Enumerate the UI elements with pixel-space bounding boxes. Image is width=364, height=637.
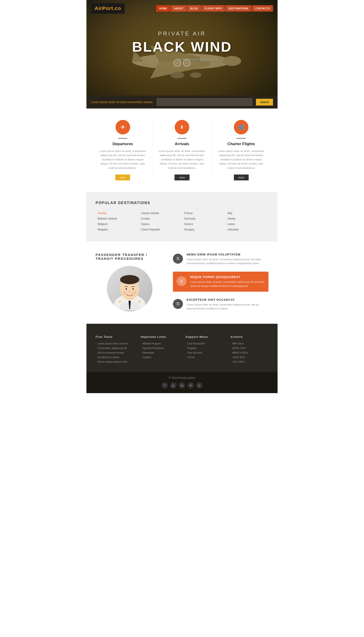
- procedure-2-icon: ☰: [176, 276, 186, 286]
- dest-croatia[interactable]: –Croatia: [139, 216, 182, 221]
- procedure-3-icon: ☰: [173, 299, 183, 309]
- arrivals-text: Lorem ipsum dolor sit amet, consectetur …: [157, 149, 207, 170]
- footer-free-tools: Free Tools Lorem ipsum dolor sit amet Co…: [96, 335, 134, 365]
- svg-rect-13: [118, 302, 122, 302]
- social-rss-icon[interactable]: rss: [179, 382, 185, 388]
- feature-divider: [178, 138, 186, 138]
- dest-bulgaria[interactable]: –Bulgaria: [96, 227, 139, 232]
- list-item[interactable]: MAY 2014: [230, 342, 269, 345]
- hero-next-button[interactable]: →: [183, 60, 190, 67]
- hero-prev-button[interactable]: ←: [174, 60, 181, 67]
- footer: Free Tools Lorem ipsum dolor sit amet Co…: [86, 324, 278, 393]
- footer-important-links-title: Important Links: [140, 335, 179, 338]
- search-button[interactable]: search: [256, 99, 273, 106]
- transfer-title: PASSENGER TRANSFER / TRANSIT PROCEDURES: [96, 253, 164, 260]
- arrivals-icon: ⬇: [175, 120, 189, 134]
- dest-germany[interactable]: –Germany: [182, 216, 225, 221]
- procedure-1-text: Lorem ipsum dolor sit amet, consectetur …: [186, 258, 268, 266]
- footer-bottom: © 2014 Privacy policy f g+ rss ♥ in: [86, 372, 278, 393]
- procedure-3: ☰ EXCEPTEUR SINT OCCAECAT Lorem ipsum do…: [173, 298, 268, 311]
- list-item[interactable]: Forum: [186, 356, 224, 358]
- departures-more-button[interactable]: more: [115, 174, 130, 180]
- hero-title: BLACK WIND: [91, 39, 273, 55]
- search-input[interactable]: [157, 98, 252, 106]
- list-item[interactable]: JULY 2014: [230, 360, 269, 363]
- search-label: Lorem ipsum dolor sit amet consectetur m…: [91, 100, 153, 104]
- social-linkedin-icon[interactable]: in: [196, 382, 202, 388]
- list-item: Consectetur adipiscing elit: [96, 347, 134, 350]
- list-item[interactable]: Special Promotions: [140, 347, 179, 350]
- timeline-connector-2: [178, 294, 178, 298]
- procedure-1-icon: ☰: [173, 254, 183, 264]
- features-section: ✈ Departures Lorem ipsum dolor sit amet,…: [86, 108, 278, 192]
- nav-links: HOME ABOUT BLOG FLIGHT INFO DESTINATIONS…: [156, 5, 273, 12]
- footer-support-menu: Support Menu Lost Password? Register You…: [186, 335, 224, 365]
- list-item[interactable]: Register: [186, 347, 224, 350]
- dest-hungary[interactable]: –Hungary: [182, 227, 225, 232]
- destinations-grid: –Austria –Canary Islands –France –Italy …: [96, 210, 268, 232]
- dest-france[interactable]: –France: [182, 210, 225, 216]
- dest-austria[interactable]: –Austria: [96, 210, 139, 216]
- list-item[interactable]: Lost Password?: [186, 342, 224, 345]
- list-item[interactable]: MARCH 2014: [230, 351, 269, 354]
- dest-czech[interactable]: –Czech Republic: [139, 227, 182, 232]
- destinations-title: POPULAR DESTINATIONS: [96, 201, 268, 205]
- charter-title: Charter Flights: [216, 142, 266, 146]
- nav-flight-info[interactable]: FLIGHT INFO: [202, 5, 225, 12]
- list-item[interactable]: Affiliate Program: [140, 342, 179, 345]
- nav-contacts[interactable]: CONTACTS: [252, 5, 273, 12]
- charter-icon: 🌐: [234, 120, 248, 134]
- dest-latvia[interactable]: –Latvia: [225, 221, 268, 227]
- arrivals-more-button[interactable]: more: [174, 174, 189, 180]
- social-icons: f g+ rss ♥ in: [96, 382, 268, 388]
- procedure-2-title: NEQUE PORRO QUISQUAMEST: [190, 275, 265, 279]
- footer-grid: Free Tools Lorem ipsum dolor sit amet Co…: [96, 335, 268, 365]
- search-bar: Lorem ipsum dolor sit amet consectetur m…: [86, 96, 278, 108]
- feature-departures: ✈ Departures Lorem ipsum dolor sit amet,…: [93, 120, 152, 180]
- list-item[interactable]: Contact: [140, 356, 179, 358]
- dest-jersey[interactable]: –Jersey: [225, 216, 268, 221]
- footer-important-links: Important Links Affiliate Program Specia…: [140, 335, 179, 365]
- dest-canary[interactable]: –Canary Islands: [139, 210, 182, 216]
- procedure-1: ☰ NEMO ENIM IPSAM VOLUPTATEM Lorem ipsum…: [173, 253, 268, 266]
- dest-lithuania[interactable]: –Lithuania: [225, 227, 268, 232]
- list-item[interactable]: APRIL 2014: [230, 347, 269, 350]
- footer-archive-list: MAY 2014 APRIL 2014 MARCH 2014 JUNE 2014…: [230, 342, 269, 363]
- svg-rect-14: [138, 301, 141, 302]
- svg-rect-15: [138, 302, 141, 302]
- charter-more-button[interactable]: more: [234, 174, 249, 180]
- departures-title: Departures: [98, 142, 148, 146]
- svg-point-24: [133, 291, 136, 294]
- list-item: Excididunt ut labore: [96, 356, 134, 358]
- social-googleplus-icon[interactable]: g+: [170, 382, 176, 388]
- dest-balearic[interactable]: –Balearic Islands: [96, 216, 139, 221]
- svg-point-21: [132, 288, 134, 290]
- dest-italy[interactable]: –Italy: [225, 210, 268, 216]
- social-pinterest-icon[interactable]: ♥: [188, 382, 194, 388]
- departures-text: Lorem ipsum dolor sit amet, consectetur …: [98, 149, 148, 170]
- footer-important-links-list: Affiliate Program Special Promotions New…: [140, 342, 179, 358]
- svg-point-23: [123, 291, 126, 294]
- nav-about[interactable]: ABOUT: [171, 5, 187, 12]
- feature-charter: 🌐 Charter Flights Lorem ipsum dolor sit …: [212, 120, 271, 180]
- nav-blog[interactable]: BLOG: [187, 5, 201, 12]
- svg-point-22: [129, 290, 130, 293]
- logo: AirPort.co: [91, 3, 125, 14]
- dest-belgium[interactable]: –Belgium: [96, 221, 139, 227]
- dest-cyprus[interactable]: –Cyprus: [139, 221, 182, 227]
- list-item: Lorem ipsum dolor sit amet: [96, 342, 134, 345]
- list-item[interactable]: JUNE 2014: [230, 356, 269, 358]
- list-item: Eolore magna aliquet enim: [96, 360, 134, 363]
- nav-home[interactable]: HOME: [156, 5, 170, 12]
- list-item[interactable]: Your Account: [186, 351, 224, 354]
- nav-destinations[interactable]: DESTINATIONS: [226, 5, 252, 12]
- procedure-3-text: Lorem ipsum dolor sit amet, consectetur …: [186, 303, 268, 311]
- list-item[interactable]: Newsletter: [140, 351, 179, 354]
- arrivals-title: Arrivals: [157, 142, 207, 146]
- footer-archive: Archive MAY 2014 APRIL 2014 MARCH 2014 J…: [230, 335, 269, 365]
- social-facebook-icon[interactable]: f: [162, 382, 168, 388]
- dest-greece[interactable]: –Greece: [182, 221, 225, 227]
- timeline-connector-1: [178, 267, 178, 272]
- procedure-3-title: EXCEPTEUR SINT OCCAECAT: [186, 298, 268, 302]
- transfer-right: ☰ NEMO ENIM IPSAM VOLUPTATEM Lorem ipsum…: [173, 253, 268, 312]
